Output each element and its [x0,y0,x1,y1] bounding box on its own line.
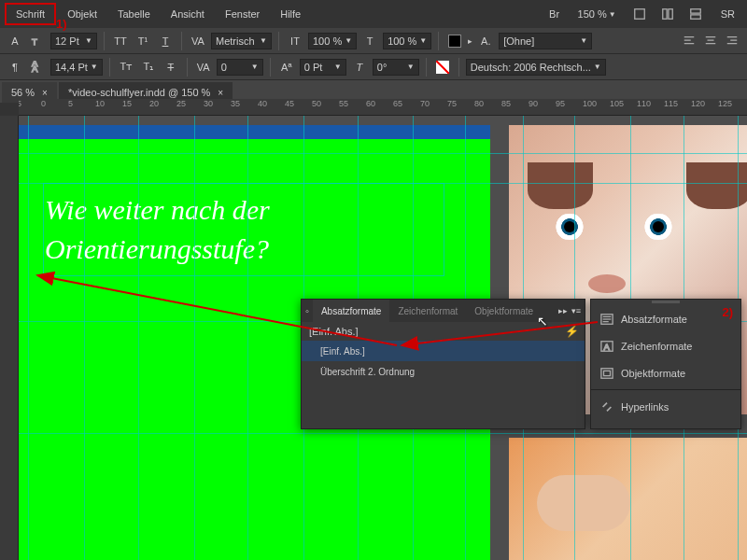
leading-dropdown[interactable]: 14,4 Pt▼ [50,59,103,76]
image-frame-lower[interactable] [509,438,747,560]
guide-line[interactable] [19,153,747,154]
tab-objektformate[interactable]: Objektformate [466,300,542,322]
svg-text:A: A [604,341,611,351]
charstyle-dropdown[interactable]: [Ohne]▼ [499,33,592,49]
zoom-value: 150 % [578,8,607,20]
panel-grip-icon[interactable] [652,301,680,303]
tab-absatzformate[interactable]: Absatzformate [313,300,389,322]
side-zeichenformate[interactable]: A Zeichenformate [591,332,740,359]
screen-mode-icon[interactable] [657,4,678,24]
control-bar: A T 12 Pt▼ TT T¹ T VA Metrisch▼ IT 100 %… [0,28,747,80]
tracking-icon: VA [194,58,213,77]
menu-schrift[interactable]: Schrift [5,3,56,25]
language-dropdown[interactable]: Deutsch: 2006 Rechtsch...▼ [466,59,606,76]
side-item-label: Hyperlinks [621,401,669,413]
formats-panel: ◦ Absatzformate Zeichenformat Objektform… [301,299,585,429]
superscript-icon[interactable]: T¹ [134,32,152,50]
kerning-dropdown[interactable]: Metrisch▼ [211,33,272,49]
svg-text:T: T [32,35,37,46]
current-style-label: [Einf. Abs.] [309,326,359,337]
side-item-label: Objektformate [621,368,685,379]
hscale-dropdown[interactable]: 100 %▼ [383,33,431,49]
subscript-icon[interactable]: T₁ [139,58,158,77]
side-item-label: Absatzformate [621,314,687,325]
guide-line[interactable] [19,433,747,434]
arrange-icon[interactable] [685,4,706,24]
smallcaps-icon[interactable]: Tᴛ [117,58,135,77]
svg-text:A: A [32,63,38,74]
styles-list: [Einf. Abs.] Überschrift 2. Ordnung [302,341,585,382]
eye-shape [635,214,682,240]
baseline-dropdown[interactable]: 0 Pt▼ [300,59,346,76]
vscale-icon: IT [286,32,304,50]
fontsize-dropdown[interactable]: 12 Pt▼ [50,33,97,49]
hyperlinks-icon [600,400,613,413]
side-item-label: Zeichenformate [621,341,692,352]
object-styles-icon [600,367,613,380]
svg-rect-2 [669,9,672,20]
override-icon[interactable]: ⚡ [565,325,579,338]
side-absatzformate[interactable]: Absatzformate 2) [591,305,740,332]
close-tab-icon[interactable]: × [42,88,48,98]
side-objektformate[interactable]: Objektformate [591,359,740,386]
collapse-icon[interactable]: ◦ [302,305,313,316]
tab-zeichenformat[interactable]: Zeichenformat [389,300,466,322]
leading-icon: AA [28,58,47,77]
svg-rect-3 [690,9,700,13]
fill-icon[interactable] [445,32,464,50]
baseline-icon: Aª [277,58,296,77]
skew-icon: T [350,58,369,77]
char-styles-icon: A [600,340,613,353]
para-panel-icon[interactable]: ¶ [6,58,24,77]
menu-fenster[interactable]: Fenster [216,5,269,23]
hair-shape [528,162,593,209]
hand-shape [537,475,630,531]
svg-rect-23 [601,368,613,378]
fontsize-icon: T [28,32,47,50]
close-tab-icon[interactable]: × [218,88,223,98]
annotation-1: 1) [56,17,67,31]
vscale-dropdown[interactable]: 100 %▼ [308,33,357,49]
strikethrough-icon[interactable]: T [162,58,180,77]
align-left-icon[interactable] [680,32,698,50]
eye-shape [546,214,593,240]
bridge-icon[interactable]: Br [544,4,565,24]
side-hyperlinks[interactable]: Hyperlinks [591,393,740,420]
charstyle-icon: A. [476,32,495,50]
underline-icon[interactable]: T [156,32,175,50]
svg-rect-24 [604,371,611,375]
char-panel-icon[interactable]: A [6,32,24,50]
view-mode-icon[interactable] [629,4,650,24]
stroke-icon[interactable] [433,58,452,77]
blue-header-bar [19,125,490,139]
annotation-2: 2) [722,305,733,319]
workspace-label[interactable]: SR [713,8,742,20]
nose-shape [588,274,626,293]
menu-hilfe[interactable]: Hilfe [271,5,310,23]
svg-rect-0 [634,9,644,20]
style-item[interactable]: [Einf. Abs.] [302,341,585,361]
menu-tabelle[interactable]: Tabelle [108,5,160,23]
zoom-level-dropdown[interactable]: 150 %▼ [572,7,622,21]
horizontal-ruler[interactable]: -505101520253035404550556065707580859095… [19,99,747,116]
paragraph-styles-icon [600,313,613,326]
tracking-dropdown[interactable]: 0▼ [217,59,263,76]
expand-icon[interactable]: ▸▸ [558,306,568,315]
allcaps-icon[interactable]: TT [111,32,130,50]
kerning-icon: VA [189,32,207,50]
guide-line[interactable] [19,183,747,184]
side-panel-dock: Absatzformate 2) A Zeichenformate Objekt… [590,299,741,429]
panel-menu-icon[interactable]: ▾≡ [571,306,581,315]
style-item[interactable]: Überschrift 2. Ordnung [302,361,585,382]
hscale-icon: T [360,32,379,50]
align-right-icon[interactable] [723,32,741,50]
menu-ansicht[interactable]: Ansicht [162,5,214,23]
align-center-icon[interactable] [701,32,720,50]
skew-dropdown[interactable]: 0°▼ [373,59,419,76]
panel-status-row: [Einf. Abs.] ⚡ [302,322,585,341]
svg-rect-4 [690,15,700,19]
panel-tab-bar: ◦ Absatzformate Zeichenformat Objektform… [302,300,585,322]
vertical-ruler[interactable] [0,116,19,560]
text-frame-outline [43,183,444,276]
svg-rect-1 [662,9,666,20]
